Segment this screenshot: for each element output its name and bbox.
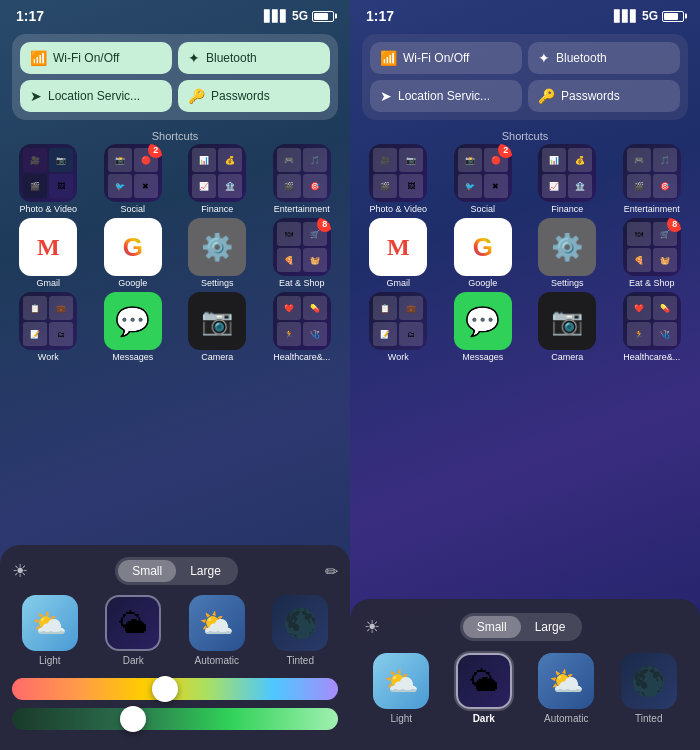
right-status-bar: 1:17 ▋▋▋ 5G bbox=[350, 0, 700, 28]
passwords-toggle[interactable]: 🔑 Passwords bbox=[178, 80, 330, 112]
right-app-social[interactable]: 2 📸 🔴 🐦 ✖ Social bbox=[443, 144, 524, 214]
large-btn-left[interactable]: Large bbox=[176, 560, 235, 582]
signal-icon: ▋▋▋ bbox=[264, 10, 288, 23]
left-panel-header: ☀ Small Large ✏ bbox=[12, 557, 338, 585]
right-app-gmail[interactable]: M Gmail bbox=[358, 218, 439, 288]
right-passwords-toggle[interactable]: 🔑 Passwords bbox=[528, 80, 680, 112]
app-camera[interactable]: 📷 Camera bbox=[177, 292, 258, 362]
finance-label: Finance bbox=[201, 204, 233, 214]
right-app-settings[interactable]: ⚙️ Settings bbox=[527, 218, 608, 288]
app-messages[interactable]: 💬 Messages bbox=[93, 292, 174, 362]
left-quick-toggles: 📶 Wi-Fi On/Off ✦ Bluetooth ➤ Location Se… bbox=[12, 34, 338, 120]
app-social[interactable]: 2 📸 🔴 🐦 ✖ Social bbox=[93, 144, 174, 214]
right-health-icon: ❤️ 💊 🏃 🩺 bbox=[623, 292, 681, 350]
right-battery-icon bbox=[662, 11, 684, 22]
green-thumb[interactable] bbox=[120, 706, 146, 732]
right-bluetooth-toggle[interactable]: ✦ Bluetooth bbox=[528, 42, 680, 74]
right-social-badge: 2 bbox=[498, 144, 512, 158]
warm-thumb[interactable] bbox=[152, 676, 178, 702]
theme-light-left[interactable]: ⛅ Light bbox=[12, 595, 88, 666]
edit-icon[interactable]: ✏ bbox=[325, 562, 338, 581]
warm-slider[interactable] bbox=[12, 678, 338, 700]
right-app-camera[interactable]: 📷 Camera bbox=[527, 292, 608, 362]
health-icon: ❤️ 💊 🏃 🩺 bbox=[273, 292, 331, 350]
theme-dark-left[interactable]: 🌥 Dark bbox=[96, 595, 172, 666]
app-eatshop[interactable]: 8 🍽 🛒 🍕 🧺 Eat & Shop bbox=[262, 218, 343, 288]
right-app-finance[interactable]: 📊 💰 📈 🏦 Finance bbox=[527, 144, 608, 214]
right-app-entertainment[interactable]: 🎮 🎵 🎬 🎯 Entertainment bbox=[612, 144, 693, 214]
work-icon: 📋 💼 📝 🗂 bbox=[19, 292, 77, 350]
right-apps-row2: M Gmail G Google ⚙️ Settings 8 🍽 🛒 🍕 bbox=[358, 218, 692, 288]
right-tinted-icon: 🌑 bbox=[621, 653, 677, 709]
right-app-google[interactable]: G Google bbox=[443, 218, 524, 288]
right-settings-icon: ⚙️ bbox=[538, 218, 596, 276]
right-key-icon: 🔑 bbox=[538, 88, 555, 104]
app-settings[interactable]: ⚙️ Settings bbox=[177, 218, 258, 288]
right-bluetooth-label: Bluetooth bbox=[556, 51, 607, 65]
battery-icon bbox=[312, 11, 334, 22]
right-finance-label: Finance bbox=[551, 204, 583, 214]
right-apps-row3: 📋 💼 📝 🗂 Work 💬 Messages 📷 Camera bbox=[358, 292, 692, 362]
app-google[interactable]: G Google bbox=[93, 218, 174, 288]
theme-dark-right[interactable]: 🌥 Dark bbox=[447, 653, 522, 724]
right-social-icon: 2 📸 🔴 🐦 ✖ bbox=[454, 144, 512, 202]
right-bottom-panel: ☀ Small Large ⛅ Light 🌥 Dark bbox=[350, 599, 700, 750]
right-auto-icon: ⛅ bbox=[538, 653, 594, 709]
right-shortcuts-label: Shortcuts bbox=[350, 126, 700, 144]
finance-icon: 📊 💰 📈 🏦 bbox=[188, 144, 246, 202]
right-passwords-label: Passwords bbox=[561, 89, 620, 103]
wifi-icon: 📶 bbox=[30, 50, 47, 66]
google-label: Google bbox=[118, 278, 147, 288]
right-app-messages[interactable]: 💬 Messages bbox=[443, 292, 524, 362]
auto-icon: ⛅ bbox=[189, 595, 245, 651]
right-location-toggle[interactable]: ➤ Location Servic... bbox=[370, 80, 522, 112]
app-photo-video[interactable]: 🎥 📷 🎬 🖼 Photo & Video bbox=[8, 144, 89, 214]
social-icon: 2 📸 🔴 🐦 ✖ bbox=[104, 144, 162, 202]
right-wifi-toggle[interactable]: 📶 Wi-Fi On/Off bbox=[370, 42, 522, 74]
small-btn-left[interactable]: Small bbox=[118, 560, 176, 582]
size-toggle-left[interactable]: Small Large bbox=[115, 557, 238, 585]
google-icon: G bbox=[104, 218, 162, 276]
messages-label: Messages bbox=[112, 352, 153, 362]
right-dark-icon: 🌥 bbox=[456, 653, 512, 709]
app-finance[interactable]: 📊 💰 📈 🏦 Finance bbox=[177, 144, 258, 214]
bluetooth-toggle-left[interactable]: ✦ Bluetooth bbox=[178, 42, 330, 74]
theme-tinted-left[interactable]: 🌑 Tinted bbox=[263, 595, 339, 666]
auto-label-left: Automatic bbox=[195, 655, 239, 666]
app-gmail[interactable]: M Gmail bbox=[8, 218, 89, 288]
right-app-eatshop[interactable]: 8 🍽 🛒 🍕 🧺 Eat & Shop bbox=[612, 218, 693, 288]
app-entertainment[interactable]: 🎮 🎵 🎬 🎯 Entertainment bbox=[262, 144, 343, 214]
right-app-health[interactable]: ❤️ 💊 🏃 🩺 Healthcare&... bbox=[612, 292, 693, 362]
right-auto-label: Automatic bbox=[544, 713, 588, 724]
right-signal-icon: ▋▋▋ bbox=[614, 10, 638, 23]
right-location-icon: ➤ bbox=[380, 88, 392, 104]
green-slider[interactable] bbox=[12, 708, 338, 730]
wifi-toggle[interactable]: 📶 Wi-Fi On/Off bbox=[20, 42, 172, 74]
location-icon: ➤ bbox=[30, 88, 42, 104]
entertainment-icon: 🎮 🎵 🎬 🎯 bbox=[273, 144, 331, 202]
left-apps-row3: 📋 💼 📝 🗂 Work 💬 Messages 📷 Camera bbox=[8, 292, 342, 362]
large-btn-right[interactable]: Large bbox=[521, 616, 580, 638]
app-health[interactable]: ❤️ 💊 🏃 🩺 Healthcare&... bbox=[262, 292, 343, 362]
app-work[interactable]: 📋 💼 📝 🗂 Work bbox=[8, 292, 89, 362]
right-network-type: 5G bbox=[642, 9, 658, 23]
right-camera-icon: 📷 bbox=[538, 292, 596, 350]
left-apps-row1: 🎥 📷 🎬 🖼 Photo & Video 2 📸 🔴 🐦 ✖ Social bbox=[8, 144, 342, 214]
right-time: 1:17 bbox=[366, 8, 394, 24]
size-toggle-right[interactable]: Small Large bbox=[460, 613, 583, 641]
camera-label: Camera bbox=[201, 352, 233, 362]
location-toggle[interactable]: ➤ Location Servic... bbox=[20, 80, 172, 112]
right-eatshop-icon: 8 🍽 🛒 🍕 🧺 bbox=[623, 218, 681, 276]
right-health-label: Healthcare&... bbox=[623, 352, 680, 362]
theme-auto-left[interactable]: ⛅ Automatic bbox=[179, 595, 255, 666]
theme-light-right[interactable]: ⛅ Light bbox=[364, 653, 439, 724]
passwords-label: Passwords bbox=[211, 89, 270, 103]
theme-auto-right[interactable]: ⛅ Automatic bbox=[529, 653, 604, 724]
settings-label: Settings bbox=[201, 278, 234, 288]
right-theme-row: ⛅ Light 🌥 Dark ⛅ Automatic 🌑 Ti bbox=[364, 653, 686, 724]
small-btn-right[interactable]: Small bbox=[463, 616, 521, 638]
entertainment-label: Entertainment bbox=[274, 204, 330, 214]
right-app-photo-video[interactable]: 🎥 📷 🎬 🖼 Photo & Video bbox=[358, 144, 439, 214]
theme-tinted-right[interactable]: 🌑 Tinted bbox=[612, 653, 687, 724]
right-app-work[interactable]: 📋 💼 📝 🗂 Work bbox=[358, 292, 439, 362]
